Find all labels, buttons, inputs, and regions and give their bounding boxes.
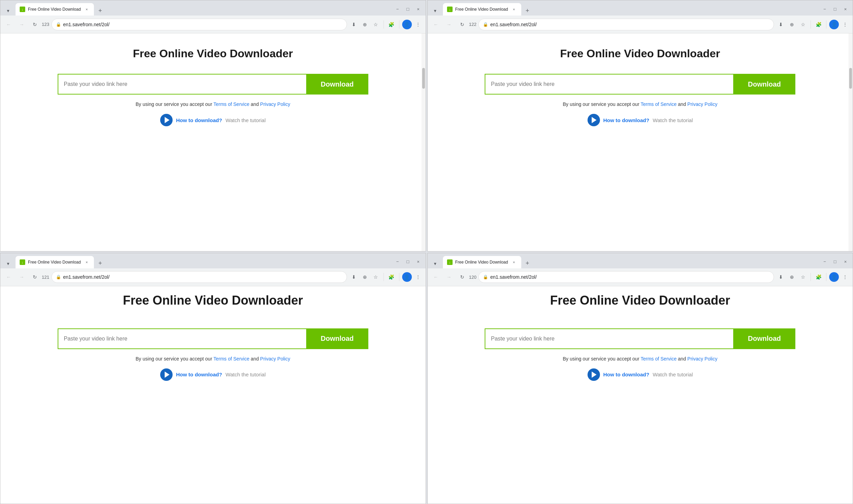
translate-icon[interactable]: ⊕ [360, 20, 370, 29]
terms-of-service-link[interactable]: Terms of Service [213, 356, 249, 362]
new-tab-button[interactable]: + [95, 6, 105, 16]
how-to-download-link[interactable]: How to download? [603, 372, 649, 377]
active-tab[interactable]: ↓Free Online Video Download× [443, 256, 521, 268]
minimize-button[interactable]: − [820, 4, 829, 13]
active-tab[interactable]: ↓Free Online Video Download× [443, 3, 521, 16]
maximize-button[interactable]: □ [831, 257, 840, 266]
extensions-icon[interactable]: 🧩 [814, 272, 823, 282]
tab-close-button[interactable]: × [511, 6, 517, 12]
download-icon[interactable]: ⬇ [776, 20, 786, 29]
extensions-icon[interactable]: 🧩 [387, 272, 396, 282]
privacy-policy-link[interactable]: Privacy Policy [260, 356, 290, 362]
back-button[interactable]: ← [430, 19, 442, 30]
maximize-button[interactable]: □ [404, 257, 413, 266]
forward-button[interactable]: → [16, 19, 27, 30]
new-tab-button[interactable]: + [523, 259, 532, 268]
reload-button[interactable]: ↻ [29, 271, 40, 283]
scrollbar-thumb[interactable] [849, 68, 852, 89]
download-button[interactable]: Download [733, 74, 795, 95]
how-to-download-link[interactable]: How to download? [176, 372, 222, 377]
forward-button[interactable]: → [444, 19, 455, 30]
download-button[interactable]: Download [306, 328, 368, 349]
profile-icon[interactable]: 👤 [829, 20, 839, 29]
close-window-button[interactable]: × [841, 4, 850, 13]
bookmark-icon[interactable]: ☆ [371, 20, 381, 29]
download-button[interactable]: Download [733, 328, 795, 349]
terms-of-service-link[interactable]: Terms of Service [641, 101, 677, 107]
profile-icon[interactable]: 👤 [402, 20, 412, 29]
terms-of-service-link[interactable]: Terms of Service [213, 101, 249, 107]
video-url-input[interactable] [58, 74, 306, 95]
download-icon[interactable]: ⬇ [349, 272, 359, 282]
privacy-policy-link[interactable]: Privacy Policy [687, 101, 717, 107]
security-lock-icon: 🔒 [56, 22, 61, 27]
more-options-button[interactable]: ⋮ [840, 20, 850, 29]
reload-button[interactable]: ↻ [457, 19, 468, 30]
url-bar[interactable]: 🔒en1.savefrom.net/2ol/ [478, 19, 774, 30]
reload-counter: ↻120 [457, 271, 477, 283]
forward-button[interactable]: → [16, 271, 27, 283]
play-button[interactable] [588, 368, 600, 381]
translate-icon[interactable]: ⊕ [360, 272, 370, 282]
bookmark-icon[interactable]: ☆ [798, 20, 808, 29]
tab-close-button[interactable]: × [84, 6, 90, 12]
close-window-button[interactable]: × [414, 257, 423, 266]
reload-button[interactable]: ↻ [457, 271, 468, 283]
more-options-button[interactable]: ⋮ [413, 272, 423, 282]
minimize-button[interactable]: − [820, 257, 829, 266]
translate-icon[interactable]: ⊕ [787, 20, 797, 29]
url-bar[interactable]: 🔒en1.savefrom.net/2ol/ [478, 271, 774, 283]
bookmark-icon[interactable]: ☆ [798, 272, 808, 282]
url-bar[interactable]: 🔒en1.savefrom.net/2ol/ [51, 271, 347, 283]
how-to-download-link[interactable]: How to download? [603, 117, 649, 123]
more-options-button[interactable]: ⋮ [840, 272, 850, 282]
tab-close-button[interactable]: × [84, 259, 90, 265]
privacy-policy-link[interactable]: Privacy Policy [260, 101, 290, 107]
tab-dropdown-button[interactable]: ▾ [430, 6, 440, 16]
download-icon[interactable]: ⬇ [776, 272, 786, 282]
download-button[interactable]: Download [306, 74, 368, 95]
play-button[interactable] [588, 114, 600, 126]
back-button[interactable]: ← [430, 271, 442, 283]
bookmark-icon[interactable]: ☆ [371, 272, 381, 282]
maximize-button[interactable]: □ [404, 4, 413, 13]
scrollbar-thumb[interactable] [422, 68, 425, 89]
video-url-input[interactable] [485, 328, 733, 349]
tab-dropdown-button[interactable]: ▾ [3, 6, 13, 16]
url-bar[interactable]: 🔒en1.savefrom.net/2ol/ [51, 19, 347, 30]
scrollbar[interactable] [421, 33, 426, 251]
how-to-download-link[interactable]: How to download? [176, 117, 222, 123]
scrollbar[interactable] [849, 33, 853, 251]
new-tab-button[interactable]: + [523, 6, 532, 16]
active-tab[interactable]: ↓Free Online Video Download× [16, 3, 94, 16]
reload-button[interactable]: ↻ [29, 19, 40, 30]
profile-icon[interactable]: 👤 [829, 272, 839, 282]
minimize-button[interactable]: − [393, 4, 402, 13]
maximize-button[interactable]: □ [831, 4, 840, 13]
new-tab-button[interactable]: + [95, 259, 105, 268]
play-button[interactable] [160, 368, 173, 381]
video-url-input[interactable] [485, 74, 733, 95]
video-url-input[interactable] [58, 328, 306, 349]
tab-favicon: ↓ [20, 7, 25, 12]
search-bar-container: Download [58, 328, 368, 349]
profile-icon[interactable]: 👤 [402, 272, 412, 282]
download-icon[interactable]: ⬇ [349, 20, 359, 29]
translate-icon[interactable]: ⊕ [787, 272, 797, 282]
close-window-button[interactable]: × [841, 257, 850, 266]
back-button[interactable]: ← [3, 271, 14, 283]
forward-button[interactable]: → [444, 271, 455, 283]
tab-dropdown-button[interactable]: ▾ [3, 259, 13, 268]
privacy-policy-link[interactable]: Privacy Policy [687, 356, 717, 362]
extensions-icon[interactable]: 🧩 [814, 20, 823, 29]
tab-close-button[interactable]: × [511, 259, 517, 265]
more-options-button[interactable]: ⋮ [413, 20, 423, 29]
terms-of-service-link[interactable]: Terms of Service [641, 356, 677, 362]
active-tab[interactable]: ↓Free Online Video Download× [16, 256, 94, 268]
back-button[interactable]: ← [3, 19, 14, 30]
close-window-button[interactable]: × [414, 4, 423, 13]
minimize-button[interactable]: − [393, 257, 402, 266]
tab-dropdown-button[interactable]: ▾ [430, 259, 440, 268]
play-button[interactable] [160, 114, 173, 126]
extensions-icon[interactable]: 🧩 [387, 20, 396, 29]
